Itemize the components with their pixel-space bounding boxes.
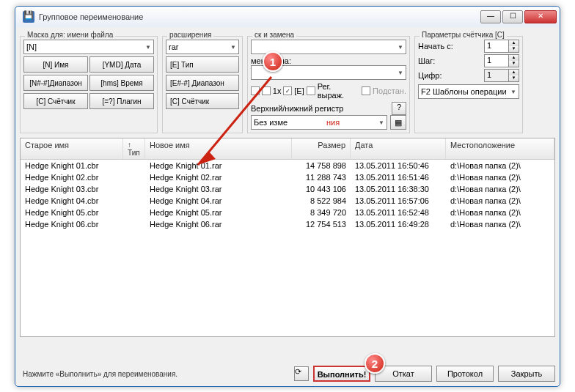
cell-date: 13.05.2011 16:50:46 [351, 160, 446, 171]
table-header[interactable]: Старое имя ↑ Тип Новое имя Размер Дата М… [21, 138, 554, 160]
maximize-button[interactable]: ☐ [502, 10, 523, 23]
annotation-marker-2: 2 [365, 353, 385, 374]
cell-new: Hedge Knight 03.rar [145, 184, 292, 194]
footer-hint: Нажмите «Выполнить» для переименования. [20, 370, 290, 378]
col-size[interactable]: Размер [292, 138, 351, 159]
help-button[interactable]: ? [392, 102, 406, 115]
table-row[interactable]: Hedge Knight 03.cbr Hedge Knight 03.rar … [21, 183, 554, 195]
close-dialog-button[interactable]: Закрыть [498, 366, 555, 382]
table-row[interactable]: Hedge Knight 02.cbr Hedge Knight 02.rar … [21, 171, 554, 183]
col-new[interactable]: Новое имя [145, 138, 292, 159]
titlebar[interactable]: Групповое переименование — ☐ ✕ [15, 7, 560, 27]
cell-loc: d:\Новая папка (2)\ [446, 184, 554, 194]
ext-btn-range[interactable]: [E#-#] Диапазон [166, 75, 239, 91]
cell-new: Hedge Knight 02.rar [145, 172, 292, 182]
settings-icon[interactable]: ▦ [390, 115, 406, 130]
counter-digits[interactable]: 1▲▼ [484, 69, 519, 82]
mask-btn-plugin[interactable]: [=?] Плагин [89, 93, 154, 109]
table-row[interactable]: Hedge Knight 04.cbr Hedge Knight 04.rar … [21, 195, 554, 207]
window-title: Групповое переименование [39, 12, 480, 21]
table-row[interactable]: Hedge Knight 06.cbr Hedge Knight 06.rar … [21, 218, 554, 230]
cell-old: Hedge Knight 04.cbr [21, 196, 123, 206]
mask-btn-range[interactable]: [N#-#]Диапазон [23, 75, 88, 91]
cell-size: 14 758 898 [292, 160, 351, 171]
cell-size: 8 522 984 [292, 196, 351, 206]
cell-size: 10 443 106 [292, 184, 351, 194]
counter-label: Параметры счётчика [C] [420, 31, 507, 39]
cell-size: 8 349 720 [292, 207, 351, 218]
cell-date: 13.05.2011 16:51:46 [351, 172, 446, 182]
app-icon [23, 11, 34, 23]
mask-btn-n[interactable]: [N] Имя [23, 56, 88, 73]
counter-step[interactable]: 1▲▼ [484, 54, 519, 67]
rename-window: Групповое переименование — ☐ ✕ Маска для… [15, 6, 560, 387]
ext-input[interactable]: rar▼ [166, 40, 239, 54]
result-icon[interactable]: ⟳ [294, 366, 309, 381]
close-button[interactable]: ✕ [524, 10, 557, 23]
mask-btn-ymd[interactable]: [YMD] Дата [89, 56, 154, 73]
chevron-down-icon: ▼ [398, 70, 403, 76]
cell-size: 11 288 743 [292, 172, 351, 182]
case-label: Верхний/нижний регистр [251, 104, 343, 113]
cell-new: Hedge Knight 04.rar [145, 196, 292, 206]
mask-label: Маска для: имени файла [25, 31, 115, 39]
chk-sub[interactable] [362, 86, 370, 95]
table-row[interactable]: Hedge Knight 05.cbr Hedge Knight 05.rar … [21, 207, 554, 218]
table-row[interactable]: Hedge Knight 01.cbr Hedge Knight 01.rar … [21, 160, 554, 171]
templates-select[interactable]: F2 Шаблоны операции▼ [418, 84, 519, 99]
ext-label: расширения [167, 31, 213, 39]
file-table: Старое имя ↑ Тип Новое имя Размер Дата М… [20, 138, 555, 337]
footer: Нажмите «Выполнить» для переименования. … [20, 366, 555, 382]
col-old[interactable]: Старое имя [21, 138, 123, 159]
cell-new: Hedge Knight 01.rar [145, 160, 292, 171]
search-label: ск и замена [252, 31, 296, 39]
cell-loc: d:\Новая папка (2)\ [446, 160, 554, 171]
chk-regex[interactable] [307, 86, 315, 95]
ext-btn-e[interactable]: [E] Тип [166, 56, 239, 73]
mask-btn-counter[interactable]: [C] Счётчик [23, 93, 88, 109]
search-group: ск и замена ▼ менить на: ▼ 1x ✓[E] Рег. … [247, 36, 410, 133]
counter-start[interactable]: 1▲▼ [484, 40, 519, 53]
case-select[interactable]: Без измения▼ [251, 115, 387, 130]
log-button[interactable]: Протокол [436, 366, 494, 382]
counter-group: Параметры счётчика [C] Начать с:1▲▼ Шаг:… [414, 36, 523, 133]
mask-btn-hms[interactable]: [hms] Время [89, 75, 154, 91]
cell-old: Hedge Knight 01.cbr [21, 160, 123, 171]
col-date[interactable]: Дата [351, 138, 446, 159]
cell-old: Hedge Knight 02.cbr [21, 172, 123, 182]
cell-loc: d:\Новая папка (2)\ [446, 196, 554, 206]
col-tip[interactable]: ↑ Тип [123, 138, 145, 159]
annotation-marker-1: 1 [263, 51, 283, 72]
mask-input[interactable]: [N]▼ [23, 40, 154, 54]
cell-old: Hedge Knight 06.cbr [21, 219, 123, 229]
cell-date: 13.05.2011 16:57:06 [351, 196, 446, 206]
chk-a[interactable] [251, 86, 260, 95]
cell-date: 13.05.2011 16:49:28 [351, 219, 446, 229]
cell-date: 13.05.2011 16:38:30 [351, 184, 446, 194]
chevron-down-icon: ▼ [230, 44, 236, 51]
chevron-down-icon: ▼ [398, 44, 403, 51]
ext-btn-counter[interactable]: [C] Счётчик [166, 93, 239, 109]
cell-new: Hedge Knight 06.rar [145, 219, 292, 229]
minimize-button[interactable]: — [480, 10, 501, 23]
chk-1x[interactable] [262, 86, 271, 95]
chk-e[interactable]: ✓ [283, 86, 292, 95]
cell-date: 13.05.2011 16:52:48 [351, 207, 446, 218]
ext-group: расширения rar▼ [E] Тип [E#-#] Диапазон … [162, 36, 243, 133]
cell-new: Hedge Knight 05.rar [145, 207, 292, 218]
cell-size: 12 754 513 [292, 219, 351, 229]
cell-old: Hedge Knight 05.cbr [21, 207, 123, 218]
chevron-down-icon: ▼ [378, 119, 384, 126]
execute-button[interactable]: Выполнить! [313, 366, 370, 382]
chevron-down-icon: ▼ [145, 44, 151, 51]
chevron-down-icon: ▼ [510, 89, 516, 95]
cell-loc: d:\Новая папка (2)\ [446, 172, 554, 182]
cell-loc: d:\Новая папка (2)\ [446, 219, 554, 229]
col-loc[interactable]: Местоположение [446, 138, 554, 159]
cell-old: Hedge Knight 03.cbr [21, 184, 123, 194]
mask-group: Маска для: имени файла [N]▼ [N] Имя[YMD]… [20, 36, 158, 133]
cell-loc: d:\Новая папка (2)\ [446, 207, 554, 218]
